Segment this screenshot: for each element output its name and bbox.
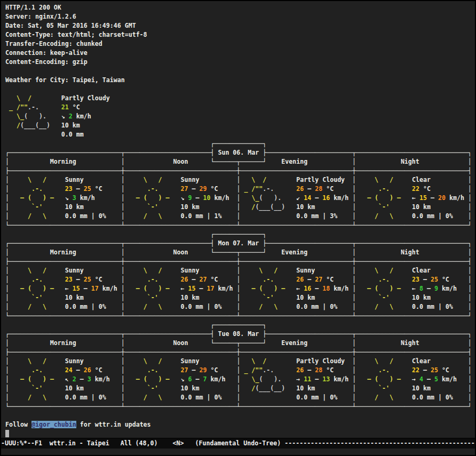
table-top-border: ┌──────────────────────────────┬────────… xyxy=(5,330,475,339)
forecast-row: │ / \ 0.0 mm | 0% │ / \ 0.0 mm | 0% │ / … xyxy=(5,302,475,311)
forecast-row: │ \ / Sunny │ \ / Sunny │ \ / Partly Clo… xyxy=(5,357,475,366)
current-weather-line: \ / Partly Cloudy xyxy=(5,94,475,103)
cursor-line xyxy=(5,429,475,438)
current-weather-line: \_( ). ↘ 2 km/h xyxy=(5,112,475,121)
forecast-row: │ .-. 23 – 25 °C │ .-. 27 – 29 °C │ _ /"… xyxy=(5,185,475,194)
header-separator: ├──────────────────────────────┼────────… xyxy=(5,166,475,175)
http-header-line: Transfer-Encoding: chunked xyxy=(5,39,475,49)
period-header-row: │ Morning │ Noon └──────┬──────┘ Evening… xyxy=(5,157,475,166)
forecast-row: │ `-' 10 km │ `-' 10 km │ /(___(__) 10 k… xyxy=(5,203,475,212)
modeline-text: -UUU:%*--F1 wttr.in - Taipei All (48,0) … xyxy=(1,439,475,447)
http-header-line: Content-Type: text/html; charset=utf-8 xyxy=(5,30,475,39)
twitter-handle-link[interactable]: @igor_chubin xyxy=(31,421,76,428)
blank-line xyxy=(5,85,475,94)
http-header-line: Server: nginx/1.2.6 xyxy=(5,12,475,21)
echo-area[interactable] xyxy=(1,449,475,455)
table-bottom-border: └──────────────────────────────┴────────… xyxy=(5,402,475,411)
http-header-line: Connection: keep-alive xyxy=(5,49,475,58)
period-header-row: │ Morning │ Noon └──────┬──────┘ Evening… xyxy=(5,339,475,348)
forecast-row: │ `-' 10 km │ `-' 10 km │ `-' 10 km │ `-… xyxy=(5,293,475,302)
current-weather-line: /(___(__) 10 km xyxy=(5,121,475,130)
current-weather-line: 0.0 mm xyxy=(5,130,475,139)
text-cursor xyxy=(5,430,9,437)
date-box-top: ┌─────────────┐ xyxy=(5,321,475,330)
table-bottom-border: └──────────────────────────────┴────────… xyxy=(5,311,475,321)
forecast-row: │ / \ 0.0 mm | 0% │ / \ 0.0 mm | 1% │ 0.… xyxy=(5,212,475,221)
table-top-border: ┌──────────────────────────────┬────────… xyxy=(5,148,475,157)
blank-line xyxy=(5,67,475,76)
date-box-top: ┌─────────────┐ xyxy=(5,230,475,239)
follow-prefix: Follow xyxy=(5,421,31,428)
forecast-row: │ .-. 23 – 25 °C │ .-. 26 – 27 °C │ .-. … xyxy=(5,275,475,284)
forecast-row: │ / \ 0.0 mm | 0% │ / \ 0.0 mm | 0% │ 0.… xyxy=(5,393,475,402)
forecast-row: │ \ / Sunny │ \ / Sunny │ \ / Partly Clo… xyxy=(5,175,475,185)
blank-line xyxy=(5,411,475,420)
header-separator: ├──────────────────────────────┼────────… xyxy=(5,348,475,357)
forecast-row: │ `-' 10 km │ `-' 10 km │ /(___(__) 10 k… xyxy=(5,384,475,393)
date-box-top: ┌─────────────┐ xyxy=(5,139,475,148)
header-separator: ├──────────────────────────────┼────────… xyxy=(5,257,475,266)
follow-line: Follow @igor_chubin for wttr.in updates xyxy=(5,420,475,429)
table-bottom-border: └──────────────────────────────┴────────… xyxy=(5,221,475,230)
table-top-border: ┌──────────────────────────────┬────────… xyxy=(5,239,475,248)
forecast-row: │ – ( ) – ↖ 2 – 3 km/h │ – ( ) – ↘ 6 – 7… xyxy=(5,375,475,384)
weather-report-output: HTTP/1.1 200 OKServer: nginx/1.2.6Date: … xyxy=(5,3,475,411)
emacs-modeline[interactable]: -UUU:%*--F1 wttr.in - Taipei All (48,0) … xyxy=(1,438,475,449)
forecast-row: │ – ( ) – ↘ 3 km/h │ – ( ) – ↘ 9 – 10 km… xyxy=(5,194,475,203)
period-header-row: │ Morning │ Noon └──────┬──────┘ Evening… xyxy=(5,248,475,257)
forecast-row: │ \ / Sunny │ \ / Sunny │ \ / Sunny │ \ … xyxy=(5,266,475,275)
http-header-line: Date: Sat, 05 Mar 2016 16:49:46 GMT xyxy=(5,21,475,30)
terminal-window: HTTP/1.1 200 OKServer: nginx/1.2.6Date: … xyxy=(1,1,475,455)
http-header-line: Content-Encoding: gzip xyxy=(5,58,475,67)
http-header-line: HTTP/1.1 200 OK xyxy=(5,3,475,12)
follow-suffix: for wttr.in updates xyxy=(76,421,151,428)
emacs-buffer[interactable]: HTTP/1.1 200 OKServer: nginx/1.2.6Date: … xyxy=(1,1,475,438)
current-weather-line: _ /"".-. 21 °C xyxy=(5,103,475,112)
weather-location-title: Weather for City: Taipei, Taiwan xyxy=(5,76,475,85)
forecast-row: │ – ( ) – ← 15 – 17 km/h │ – ( ) – ← 15 … xyxy=(5,284,475,293)
forecast-row: │ .-. 24 – 26 °C │ .-. 27 – 29 °C │ _ /"… xyxy=(5,366,475,375)
